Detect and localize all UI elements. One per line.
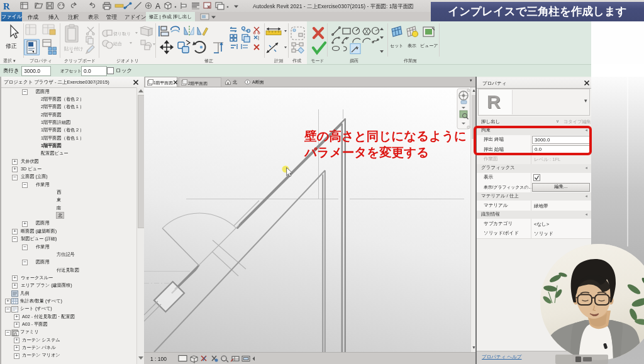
svg-text:パラメータを変更する: パラメータを変更する — [304, 145, 429, 159]
svg-text:結合: 結合 — [113, 41, 122, 47]
svg-text:セット: セット — [390, 43, 404, 48]
svg-text:修正: 修正 — [6, 43, 17, 49]
svg-text:切り取り: 切り取り — [113, 31, 131, 36]
svg-text:ビューア: ビューア — [420, 43, 438, 48]
svg-text:表示: 表示 — [408, 43, 416, 48]
svg-text:貼り付け: 貼り付け — [64, 46, 83, 52]
svg-text:壁の高さと同じになるように: 壁の高さと同じになるように — [304, 129, 467, 143]
svg-text:A: A — [155, 2, 160, 11]
svg-text:R: R — [3, 1, 10, 11]
